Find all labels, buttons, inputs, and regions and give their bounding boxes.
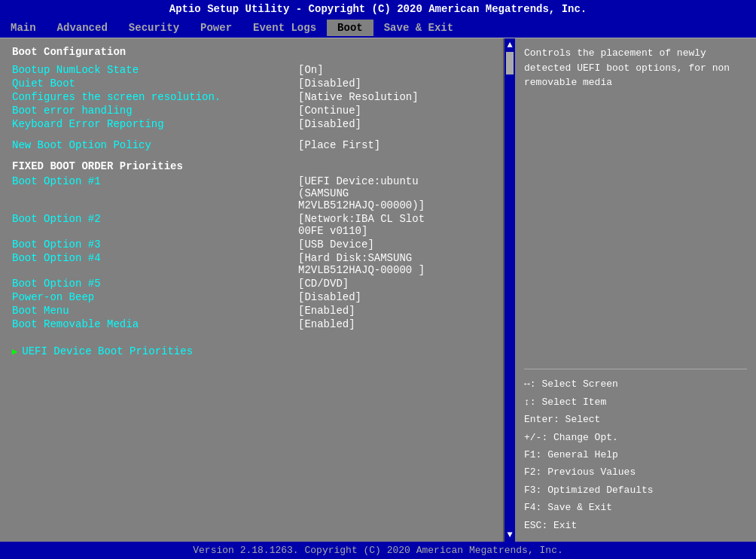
key-hints: ↔: Select Screen↕: Select ItemEnter: Sel… (524, 375, 747, 534)
config-row: Quiet Boot[Disabled] (12, 77, 491, 90)
key-hint: F1: General Help (524, 446, 747, 463)
boot-option-label: Boot Option #5 (12, 278, 298, 290)
config-row: Power-on Beep[Disabled] (12, 291, 491, 303)
config-value: [Enabled] (298, 318, 355, 330)
extra-rows: Power-on Beep[Disabled]Boot Menu[Enabled… (12, 291, 491, 330)
boot-option-label: Boot Option #4 (12, 252, 298, 264)
title-text: Aptio Setup Utility - Copyright (C) 2020… (169, 3, 587, 15)
nav-item-power[interactable]: Power (190, 20, 242, 36)
config-value: [Disabled] (298, 77, 361, 90)
scroll-track (506, 52, 514, 528)
config-label: Boot error handling (12, 105, 298, 117)
boot-option-label: Boot Option #2 (12, 213, 298, 225)
nav-item-main[interactable]: Main (0, 20, 47, 36)
config-value: [Enabled] (298, 305, 355, 317)
key-hint: F2: Previous Values (524, 463, 747, 481)
boot-option-value: [Hard Disk:SAMSUNG M2VLB512HAJQ-00000 ] (298, 252, 425, 276)
boot-option-row: Boot Option #2[Network:IBA CL Slot 00FE … (12, 213, 491, 237)
boot-option-value: [UEFI Device:ubuntu (SAMSUNG M2VLB512HAJ… (298, 175, 425, 211)
nav-item-save-and-exit[interactable]: Save & Exit (373, 20, 464, 36)
config-value: [Continue] (298, 105, 361, 117)
key-hint: ↕: Select Item (524, 393, 747, 411)
config-value: [Native Resolution] (298, 91, 419, 103)
title-bar: Aptio Setup Utility - Copyright (C) 2020… (0, 0, 756, 18)
help-text: Controls the placement of newly detected… (524, 46, 747, 363)
nav-item-security[interactable]: Security (118, 20, 190, 36)
config-label: Power-on Beep (12, 291, 298, 303)
scroll-thumb[interactable] (506, 52, 514, 74)
new-boot-policy-value: [Place First] (298, 139, 380, 151)
boot-option-row: Boot Option #1[UEFI Device:ubuntu (SAMSU… (12, 175, 491, 211)
config-row: Configures the screen resolution.[Native… (12, 91, 491, 103)
nav-bar: MainAdvancedSecurityPowerEvent LogsBootS… (0, 18, 756, 38)
config-label: Keyboard Error Reporting (12, 118, 298, 130)
boot-configuration-title: Boot Configuration (12, 46, 491, 58)
config-row: Boot error handling[Continue] (12, 105, 491, 117)
config-label: Boot Removable Media (12, 318, 298, 330)
uefi-priorities[interactable]: ▶ UEFI Device Boot Priorities (12, 345, 491, 357)
footer: Version 2.18.1263. Copyright (C) 2020 Am… (0, 542, 756, 559)
boot-option-label: Boot Option #1 (12, 175, 298, 187)
key-hint: F4: Save & Exit (524, 499, 747, 516)
new-boot-policy-label: New Boot Option Policy (12, 139, 298, 151)
config-label: Configures the screen resolution. (12, 91, 298, 103)
config-value: [Disabled] (298, 118, 361, 130)
config-rows: Bootup NumLock State[On]Quiet Boot[Disab… (12, 64, 491, 130)
key-hint: Enter: Select (524, 411, 747, 428)
nav-item-event-logs[interactable]: Event Logs (242, 20, 327, 36)
fixed-boot-title: FIXED BOOT ORDER Priorities (12, 160, 491, 172)
boot-options: Boot Option #1[UEFI Device:ubuntu (SAMSU… (12, 175, 491, 290)
boot-option-row: Boot Option #3[USB Device] (12, 238, 491, 251)
nav-item-boot[interactable]: Boot (327, 20, 373, 36)
config-row: Keyboard Error Reporting[Disabled] (12, 118, 491, 130)
boot-option-value: [CD/DVD] (298, 278, 349, 290)
boot-option-value: [Network:IBA CL Slot 00FE v0110] (298, 213, 425, 237)
config-label: Bootup NumLock State (12, 64, 298, 76)
config-label: Boot Menu (12, 305, 298, 317)
config-value: [On] (298, 64, 324, 76)
main-content: Boot Configuration Bootup NumLock State[… (0, 38, 756, 542)
key-hint: ↔: Select Screen (524, 375, 747, 393)
triangle-icon: ▶ (12, 346, 17, 357)
boot-option-label: Boot Option #3 (12, 238, 298, 251)
bios-container: Aptio Setup Utility - Copyright (C) 2020… (0, 0, 756, 559)
config-row: Boot Menu[Enabled] (12, 305, 491, 317)
right-panel: Controls the placement of newly detected… (515, 38, 756, 542)
config-row: Boot Removable Media[Enabled] (12, 318, 491, 330)
left-panel: Boot Configuration Bootup NumLock State[… (0, 38, 505, 542)
config-row: Bootup NumLock State[On] (12, 64, 491, 76)
scroll-up-arrow[interactable]: ▲ (507, 38, 512, 52)
key-hint: ESC: Exit (524, 517, 747, 534)
footer-text: Version 2.18.1263. Copyright (C) 2020 Am… (193, 545, 562, 556)
scroll-down-arrow[interactable]: ▼ (507, 528, 512, 542)
boot-option-row: Boot Option #4[Hard Disk:SAMSUNG M2VLB51… (12, 252, 491, 276)
key-hint: F3: Optimized Defaults (524, 482, 747, 499)
scrollbar[interactable]: ▲ ▼ (505, 38, 515, 542)
config-value: [Disabled] (298, 291, 361, 303)
new-boot-policy-row: New Boot Option Policy [Place First] (12, 139, 491, 151)
boot-option-row: Boot Option #5[CD/DVD] (12, 278, 491, 290)
config-label: Quiet Boot (12, 77, 298, 90)
key-hint: +/-: Change Opt. (524, 429, 747, 446)
nav-item-advanced[interactable]: Advanced (47, 20, 118, 36)
help-divider (524, 369, 747, 369)
uefi-priorities-label: UEFI Device Boot Priorities (22, 345, 193, 357)
boot-option-value: [USB Device] (298, 238, 374, 251)
